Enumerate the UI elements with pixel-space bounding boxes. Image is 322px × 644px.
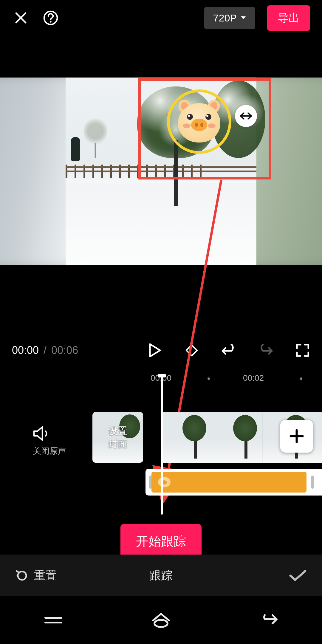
panel-bar: 重置 跟踪 (0, 555, 322, 596)
play-icon[interactable] (147, 343, 162, 358)
chevron-down-icon (240, 16, 246, 20)
system-navbar (0, 596, 322, 644)
mute-label: 关闭原声 (33, 445, 66, 457)
ruler-tick-1: 00:02 (243, 373, 264, 383)
help-icon[interactable] (42, 9, 60, 27)
mute-audio-button[interactable]: 关闭原声 (33, 426, 66, 457)
fullscreen-icon[interactable] (295, 343, 310, 358)
speaker-icon (33, 426, 50, 441)
svg-point-1 (50, 21, 52, 23)
clip-frame (212, 412, 262, 463)
resolution-selector[interactable]: 720P (204, 7, 255, 29)
start-tracking-label: 开始跟踪 (136, 534, 186, 548)
add-clip-button[interactable] (280, 420, 313, 453)
start-tracking-button[interactable]: 开始跟踪 (120, 524, 202, 559)
action-zone: 开始跟踪 (0, 524, 322, 559)
total-duration: 00:06 (51, 344, 78, 357)
plus-icon (289, 428, 304, 444)
clip-frame (161, 412, 212, 463)
clip-handle-left[interactable] (149, 476, 151, 489)
video-frame (66, 78, 256, 265)
reset-icon (15, 569, 29, 582)
nav-home-icon[interactable] (151, 612, 171, 628)
pig-sticker-mini-icon (157, 476, 171, 488)
timeline[interactable]: 关闭原声 设置 封面 (0, 400, 322, 507)
header-bar: 720P 导出 (0, 0, 322, 36)
video-preview[interactable] (0, 78, 322, 265)
cover-label: 设置 封面 (108, 425, 127, 450)
clip-frame (313, 412, 322, 463)
pig-sticker (177, 101, 222, 143)
redo-icon[interactable] (258, 343, 273, 358)
ruler-dot (300, 377, 302, 380)
sticker-clip[interactable] (151, 472, 306, 493)
playback-controls: 00:00 / 00:06 (0, 334, 322, 367)
cover-thumbnail[interactable]: 设置 封面 (92, 412, 143, 463)
resize-handle-icon[interactable] (235, 105, 257, 127)
export-label: 导出 (278, 12, 299, 24)
panel-title: 跟踪 (150, 568, 172, 583)
playhead[interactable] (161, 374, 163, 515)
resolution-label: 720P (213, 12, 237, 24)
sticker-overlay[interactable] (167, 89, 231, 154)
export-button[interactable]: 导出 (267, 5, 310, 31)
clip-handle-right[interactable] (306, 469, 318, 496)
time-separator: / (44, 344, 47, 357)
undo-icon[interactable] (221, 343, 236, 358)
check-icon (289, 569, 307, 582)
sticker-track[interactable] (145, 469, 322, 496)
current-time: 00:00 (12, 344, 39, 357)
nav-back-icon[interactable] (259, 613, 278, 628)
keyframe-icon[interactable] (184, 343, 199, 358)
reset-label: 重置 (34, 568, 57, 583)
ruler-dot (208, 377, 210, 380)
nav-menu-icon[interactable] (44, 614, 63, 626)
close-icon[interactable] (12, 9, 30, 27)
confirm-button[interactable] (289, 569, 307, 582)
reset-button[interactable]: 重置 (15, 568, 57, 583)
svg-point-4 (154, 620, 168, 627)
